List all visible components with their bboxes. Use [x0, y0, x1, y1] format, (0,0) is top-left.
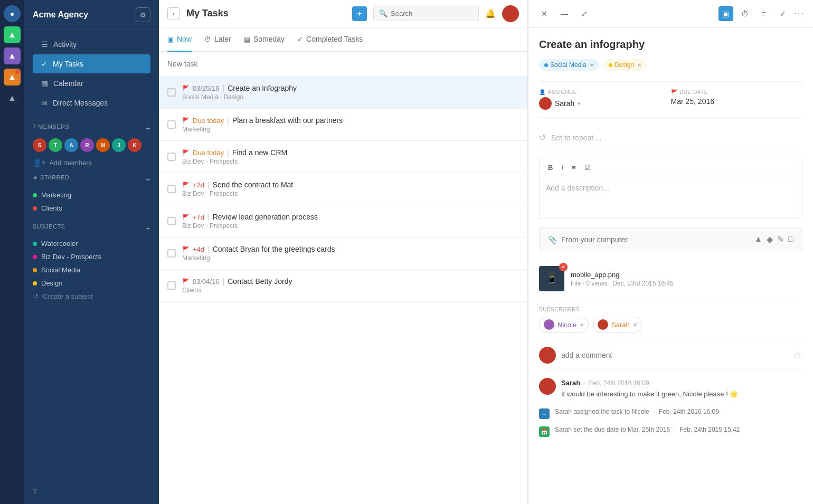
remove-nicole-button[interactable]: ✕: [580, 322, 584, 328]
task-item[interactable]: 🚩 03/04/16 | Contact Betty Jordy Clients: [159, 270, 527, 302]
attach-from-computer-button[interactable]: 📎 From your computer: [548, 235, 628, 244]
tab-now[interactable]: ▣ Now: [167, 27, 192, 52]
google-drive-icon[interactable]: ▲: [754, 234, 762, 244]
comment-input[interactable]: [561, 351, 788, 359]
assignee-field: 👤 ASSIGNEE Sarah ▾: [539, 89, 671, 110]
socialmedia-dot: [33, 268, 37, 272]
subject-item-biz-dev[interactable]: Biz Dev - Prospects: [33, 250, 150, 263]
member-avatar-3[interactable]: A: [64, 138, 78, 152]
checklist-button[interactable]: ☑: [582, 163, 593, 173]
view-history-button[interactable]: ⏱: [738, 6, 752, 21]
task-subtitle-4: Biz Dev - Prospects: [182, 190, 519, 197]
bell-icon[interactable]: 🔔: [485, 8, 496, 18]
tab-someday[interactable]: ▤ Someday: [244, 27, 285, 52]
nav-icon-notifications[interactable]: ▲: [4, 69, 21, 85]
view-detail-button[interactable]: ▣: [719, 6, 733, 21]
main-header: ‹ My Tasks + 🔍 🔔: [159, 0, 527, 27]
member-avatar-5[interactable]: M: [96, 138, 110, 152]
subscribers-label: SUBSCRIBERS: [539, 307, 802, 312]
task-checkbox-2[interactable]: [167, 120, 176, 129]
remove-file-button[interactable]: ✕: [559, 263, 568, 271]
task-item[interactable]: 🚩 +2d | Send the contract to Mat Biz Dev…: [159, 173, 527, 205]
task-checkbox-6[interactable]: [167, 249, 176, 258]
task-checkbox-3[interactable]: [167, 153, 176, 161]
expand-panel-button[interactable]: ⤢: [577, 6, 592, 21]
dropbox-icon[interactable]: ◆: [767, 234, 773, 244]
box-icon[interactable]: □: [788, 234, 793, 244]
new-task-input[interactable]: [167, 60, 519, 68]
activity-icon: ☰: [41, 40, 48, 49]
tab-completed-label: Completed Tasks: [306, 35, 363, 43]
due-date-value[interactable]: Mar 25, 2016: [671, 97, 803, 106]
list-button[interactable]: ≡: [570, 163, 578, 173]
subject-item-social-media[interactable]: Social Media: [33, 263, 150, 277]
icon-rail: ● ▲ ▲ ▲ ▲: [0, 0, 24, 504]
back-button[interactable]: ‹: [167, 7, 180, 20]
subjects-add-icon[interactable]: +: [146, 224, 150, 233]
sidebar-item-my-tasks[interactable]: ✓ My Tasks: [33, 54, 150, 73]
subscriber-nicole[interactable]: Nicole ✕: [539, 317, 589, 332]
tag-design[interactable]: Design ✕: [603, 59, 647, 71]
minimize-panel-button[interactable]: —: [557, 6, 572, 21]
more-options-button[interactable]: ···: [795, 9, 805, 18]
assignee-value[interactable]: Sarah ▾: [539, 97, 671, 110]
create-subject-button[interactable]: ↺ Create a subject: [33, 290, 150, 303]
sidebar-item-activity[interactable]: ☰ Activity: [33, 35, 150, 54]
task-checkbox-4[interactable]: [167, 185, 176, 193]
sidebar-item-calendar[interactable]: ▦ Calendar: [33, 74, 150, 93]
task-item[interactable]: 🚩 +4d | Contact Bryan for the greetings …: [159, 237, 527, 270]
subject-item-design[interactable]: Design: [33, 277, 150, 290]
subject-item-watercooler[interactable]: Watercooler: [33, 237, 150, 250]
subscriber-sarah[interactable]: Sarah ✕: [593, 317, 642, 332]
task-item[interactable]: 🚩 +7d | Review lead generation process B…: [159, 205, 527, 237]
close-panel-button[interactable]: ✕: [537, 6, 552, 21]
complete-task-button[interactable]: ✓: [776, 6, 790, 21]
nav-icon-tasks[interactable]: ▲: [4, 47, 21, 64]
file-thumbnail: ✕ 📱: [539, 266, 564, 291]
task-item[interactable]: 🚩 03/25/16 | Create an infography Social…: [159, 77, 527, 109]
activity-header: Sarah · Feb, 24th 2016 16:09: [561, 378, 802, 387]
italic-button[interactable]: I: [559, 163, 565, 173]
user-avatar[interactable]: [502, 5, 519, 22]
task-checkbox-7[interactable]: [167, 281, 176, 290]
repeat-row[interactable]: ↺ Set to repeat ...: [539, 126, 802, 149]
help-button[interactable]: ?: [24, 479, 159, 504]
member-avatar-6[interactable]: J: [112, 138, 126, 152]
activity-log-text-1: Sarah assigned the task to Nicole · Feb,…: [555, 407, 719, 416]
search-input[interactable]: [391, 9, 473, 17]
header-icons: 🔔: [485, 5, 519, 22]
app-logo[interactable]: ●: [4, 5, 21, 22]
starred-item-marketing[interactable]: Marketing: [33, 188, 150, 202]
member-avatar-2[interactable]: T: [49, 138, 62, 152]
nav-icon-settings[interactable]: ▲: [4, 90, 21, 107]
description-editor[interactable]: Add a description...: [539, 177, 802, 219]
task-item[interactable]: 🚩 Due today | Find a new CRM Biz Dev - P…: [159, 141, 527, 173]
emoji-button[interactable]: ☺: [793, 350, 802, 361]
starred-item-clients[interactable]: Clients: [33, 202, 150, 215]
member-avatar-1[interactable]: S: [33, 138, 46, 152]
evernote-icon[interactable]: ✎: [777, 234, 784, 244]
remove-design-tag-button[interactable]: ✕: [637, 62, 641, 68]
tab-completed[interactable]: ✓ Completed Tasks: [297, 27, 363, 52]
task-checkbox-1[interactable]: [167, 88, 176, 97]
bold-button[interactable]: B: [546, 163, 555, 173]
remove-sarah-button[interactable]: ✕: [633, 322, 637, 328]
add-task-button[interactable]: +: [352, 6, 367, 21]
member-avatar-7[interactable]: K: [128, 138, 141, 152]
task-content-7: 🚩 03/04/16 | Contact Betty Jordy Clients: [182, 277, 519, 294]
task-item[interactable]: 🚩 Due today | Plan a breakfast with our …: [159, 109, 527, 141]
add-members-button[interactable]: 👤+ Add members: [24, 155, 159, 170]
add-members-icon: 👤+: [33, 158, 46, 167]
member-avatar-4[interactable]: R: [80, 138, 94, 152]
view-files-button[interactable]: ≡: [757, 6, 771, 21]
starred-add-icon[interactable]: +: [146, 175, 150, 185]
nav-icon-home[interactable]: ▲: [4, 26, 21, 43]
settings-gear-button[interactable]: ⚙: [136, 7, 150, 22]
description-placeholder: Add a description...: [546, 184, 609, 192]
task-checkbox-5[interactable]: [167, 217, 176, 225]
sidebar-item-direct-messages[interactable]: ✉ Direct Messages: [33, 93, 150, 112]
tag-social-media[interactable]: Social Media ✕: [539, 59, 599, 71]
add-member-plus-icon[interactable]: +: [146, 124, 150, 134]
tab-later[interactable]: ⏱ Later: [204, 27, 231, 52]
remove-social-tag-button[interactable]: ✕: [590, 62, 594, 68]
